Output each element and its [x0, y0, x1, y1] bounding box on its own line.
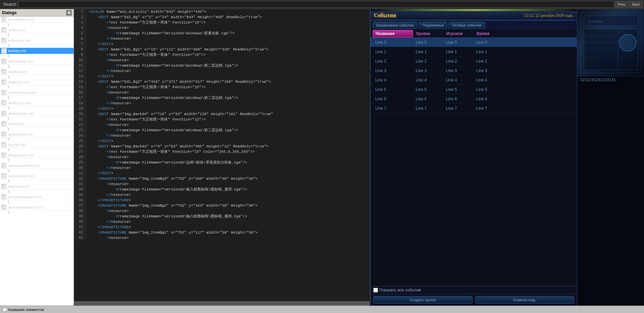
top-bar: Search Prev Next — [0, 0, 644, 9]
col-header-name[interactable]: Название — [373, 30, 413, 37]
code-line: 42 <IMAGEPICTURE Name="Img_ItemBg1" x="7… — [74, 230, 370, 235]
file-name: arenacounttime.xml — [8, 164, 72, 168]
file-name: allequipdye.xml — [8, 153, 72, 157]
line-content: <EDIT Name="Edi_Bg" x="2" y="14" Width="… — [86, 14, 262, 20]
events-tab-0[interactable]: Ежедневные события — [373, 22, 417, 29]
file-icon — [1, 17, 7, 22]
code-line: 16 <Resource> — [74, 90, 370, 95]
create-group-button[interactable]: Создать группу — [373, 296, 472, 304]
file-item[interactable]: actionpop.xml — [0, 37, 74, 44]
file-item[interactable]: arenacounttime.xml — [0, 163, 74, 169]
file-item[interactable]: aircraft.xml — [0, 142, 74, 148]
panel-icon[interactable]: ⊞ — [66, 10, 72, 15]
events-row[interactable]: Line 7Line 7Line 7Line 7 — [371, 104, 577, 113]
horizontal-scrollbar[interactable] — [74, 301, 370, 306]
line-number: 37 — [74, 203, 86, 208]
events-tab-1[interactable]: Подземелья — [419, 22, 447, 29]
cell-time: Line 6 — [476, 97, 506, 101]
svg-text:UI Preview: UI Preview — [588, 20, 602, 23]
file-item[interactable]: addexp.xml — [0, 69, 74, 75]
code-line: 26 <EDIT Name="Img_Back03" x="6" y="83" … — [74, 144, 370, 149]
next-button[interactable]: Next — [629, 1, 643, 8]
events-row[interactable]: Line 2Line 2Line 2Line 2 — [371, 57, 577, 66]
line-content: <Resource> — [86, 25, 129, 31]
events-row[interactable]: Line 1Line 1Line 1Line 1 — [371, 47, 577, 57]
show-all-wrap: Показать все события — [373, 288, 421, 292]
prev-button[interactable]: Prev — [615, 1, 629, 8]
cell-name: Line 5 — [375, 87, 416, 92]
show-all-checkbox[interactable] — [373, 288, 378, 292]
events-row[interactable]: Line 6Line 6Line 6Line 6 — [371, 94, 577, 104]
file-sub: \ — [0, 96, 74, 100]
line-number: 36 — [74, 198, 86, 203]
file-item[interactable]: arenahelpaward.xml — [0, 194, 74, 200]
code-line: 35 </Resource> — [74, 192, 370, 198]
line-content: <FrameImage FileName="version02\边框\框体\界面… — [86, 160, 247, 165]
cancel-button[interactable]: Отмена созд. — [475, 296, 574, 304]
file-item[interactable]: arenaexit.xml — [0, 183, 74, 190]
line-number: 18 — [74, 101, 86, 106]
col-header-time[interactable]: Время — [473, 30, 504, 37]
file-item[interactable]: addid.xml — [0, 121, 74, 127]
cell-name: Line 6 — [375, 97, 416, 101]
events-row[interactable]: Line 0Line 0Line 0Line 0 — [371, 38, 577, 47]
file-item[interactable]: addexp2help.xml — [0, 90, 74, 96]
line-number: 33 — [74, 181, 86, 187]
file-sub: \ — [0, 23, 74, 27]
events-row[interactable]: Line 3Line 3Line 3Line 3 — [371, 66, 577, 75]
line-content: </Resource> — [86, 101, 131, 106]
code-line: 40 </Resource> — [74, 219, 370, 224]
file-item[interactable]: allequipdye.xml — [0, 152, 74, 159]
file-sub: \ — [0, 200, 74, 204]
cell-time: Line 1 — [476, 49, 506, 54]
file-item[interactable]: addexp2.xml — [0, 79, 74, 85]
line-number: 11 — [74, 63, 86, 68]
file-item[interactable]: addexphelp.xml — [0, 110, 74, 117]
col-header-players[interactable]: Игроков — [443, 30, 473, 37]
search-input[interactable] — [18, 1, 614, 8]
file-item[interactable]: addexp2q.xml — [0, 100, 74, 106]
code-line: 14 <EDIT Name="Edi_Bg2" x="416" y="271" … — [74, 79, 370, 84]
events-header: События 12:12, 12 декабря 2009 года, — [371, 11, 577, 21]
file-name: addexp2help.xml — [8, 91, 72, 95]
h-scroll-thumb[interactable] — [75, 302, 369, 306]
file-item[interactable]: arenacreate.xml — [0, 173, 74, 179]
col-header-level[interactable]: Уровен — [413, 30, 443, 37]
file-sub: \ — [0, 179, 74, 183]
code-line: 22 <Resource> — [74, 122, 370, 128]
file-icon — [1, 152, 7, 158]
code-line: 9 <Text FontName="方正细黑一简体" FontSize="15"… — [74, 52, 370, 58]
element-names-checkbox[interactable] — [3, 308, 7, 312]
file-item[interactable]: agreement.xml — [0, 131, 74, 138]
cell-level: Line 0 — [416, 40, 446, 45]
cell-name: Line 7 — [375, 106, 416, 111]
events-tab-2[interactable]: Особые события — [449, 22, 485, 29]
file-item[interactable]: action.xml — [0, 27, 74, 33]
svg-rect-3 — [2, 28, 4, 29]
code-line: 19 </EDIT> — [74, 106, 370, 111]
file-icon — [1, 132, 7, 137]
line-content: <Resource> — [86, 90, 129, 95]
file-item[interactable]: activityhelp.xml — [0, 58, 74, 65]
events-datetime: 12:12, 12 декабря 2009 года, — [524, 13, 573, 18]
main-layout: Dialogs ⊞ accounttime.xml \ action.xml \ — [0, 9, 644, 306]
cell-players: Line 5 — [446, 87, 476, 92]
events-row[interactable]: Line 5Line 5Line 5Line 5 — [371, 85, 577, 94]
file-item[interactable]: arenahelpaward1.xml — [0, 204, 74, 211]
line-number: 28 — [74, 154, 86, 160]
cell-players: Line 0 — [446, 40, 476, 45]
code-line: 28 <Resource> — [74, 154, 370, 160]
file-icon — [1, 90, 7, 95]
file-item[interactable]: activity.xml — [0, 48, 74, 54]
cell-name: Line 2 — [375, 59, 416, 64]
events-row[interactable]: Line 4Line 4Line 4Line 4 — [371, 75, 577, 85]
svg-rect-1 — [2, 18, 4, 19]
code-editor[interactable]: 1<DIALOG Name="Win_Activity" Width="843"… — [74, 9, 370, 301]
file-sub: \ — [0, 138, 74, 142]
code-line: 8 <EDIT Name="Edi_Bg1" x="15" y="111" Wi… — [74, 47, 370, 52]
file-item[interactable]: accounttime.xml — [0, 16, 74, 23]
events-buttons: Создать группу Отмена созд. — [371, 294, 577, 306]
line-number: 17 — [74, 95, 86, 101]
line-content: <EDIT Name="Edi_Bg2" x="416" y="271" Wid… — [86, 79, 271, 84]
file-icon — [1, 111, 7, 116]
